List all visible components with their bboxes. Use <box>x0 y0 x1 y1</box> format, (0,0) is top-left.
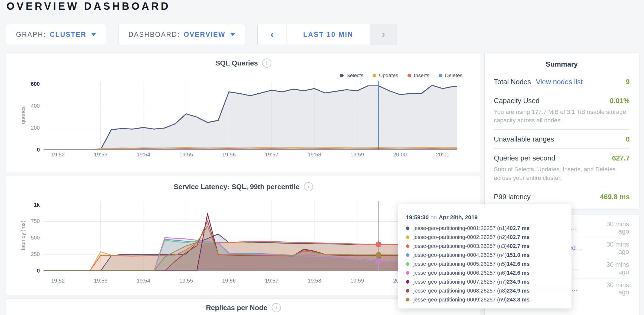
summary-row: Capacity Used0.01%You are using 177.7 Mi… <box>494 91 630 129</box>
summary-label: P99 latency <box>494 193 531 201</box>
x-tick-label: 19:53 <box>88 152 113 158</box>
summary-row: Unavailable ranges0 <box>494 129 630 148</box>
chevron-down-icon <box>91 33 96 36</box>
x-tick-label: 19:54 <box>131 152 156 158</box>
dashboard-dropdown[interactable]: DASHBOARD: OVERVIEW <box>118 24 245 45</box>
node-latency-value: 142.6 ms <box>507 270 530 276</box>
x-tick-label: 19:56 <box>217 152 241 158</box>
x-tick-label: 19:57 <box>259 278 284 284</box>
sql-queries-card: SQL Queries i SelectsUpdatesInsertsDelet… <box>6 52 481 172</box>
summary-subtext: You are using 177.7 MiB of 3.1 TiB usabl… <box>494 108 630 124</box>
page: OVERVIEW DASHBOARD GRAPH: CLUSTER DASHBO… <box>0 0 644 315</box>
x-tick-label: 19:55 <box>174 278 198 284</box>
x-tick-label: 19:54 <box>131 278 156 284</box>
summary-subtext: Sum of Selects, Updates, Inserts, and De… <box>494 165 630 182</box>
summary-rows: Total NodesView nodes list9Capacity Used… <box>494 72 630 206</box>
page-title: OVERVIEW DASHBOARD <box>6 1 170 12</box>
node-name: jesse-geo-partitioning-0002:26257 (n2) <box>413 234 507 240</box>
sql-queries-chart[interactable]: 020040060019:5219:5319:5419:5519:5619:57… <box>6 52 481 172</box>
x-tick-label: 19:56 <box>217 278 241 284</box>
y-axis-label: queries <box>20 83 26 148</box>
chart-plot[interactable] <box>44 81 457 150</box>
y-tick-label: 0 <box>7 268 40 274</box>
controls-bar: GRAPH: CLUSTER DASHBOARD: OVERVIEW ‹ LAS… <box>6 24 397 45</box>
event-timestamp: 30 minsago <box>606 261 629 275</box>
chart-tooltip: 19:59:30onApr 28th, 2019 jesse-geo-parti… <box>398 204 571 309</box>
summary-value: 9 <box>626 78 630 86</box>
tooltip-on: on <box>431 214 437 220</box>
node-name: jesse-geo-partitioning-0001:26257 (n1) <box>413 225 507 231</box>
time-prev-button[interactable]: ‹ <box>258 24 287 45</box>
dashboard-dropdown-value: OVERVIEW <box>184 31 225 38</box>
node-name: jesse-geo-partitioning-0003:26257 (n3) <box>413 243 507 249</box>
node-name: jesse-geo-partitioning-0009:26257 (n9) <box>413 297 507 303</box>
event-timestamp: 30 minsago <box>606 281 629 296</box>
graph-dropdown[interactable]: GRAPH: CLUSTER <box>6 24 106 45</box>
tooltip-time: 19:59:30 <box>406 214 429 220</box>
node-latency-value: 234.9 ms <box>507 279 530 285</box>
x-tick-label: 19:59 <box>345 152 369 158</box>
node-name: jesse-geo-partitioning-0007:26257 (n7) <box>413 279 507 285</box>
time-range-selector: ‹ LAST 10 MIN › <box>257 24 397 45</box>
x-tick-label: 19:52 <box>46 152 70 158</box>
x-tick-label: 20:00 <box>388 152 412 158</box>
tooltip-row: jesse-geo-partitioning-0004:26257 (n4)15… <box>406 251 564 260</box>
tooltip-row: jesse-geo-partitioning-0008:26257 (n8)23… <box>406 286 564 295</box>
x-tick-label: 19:59 <box>345 278 369 284</box>
x-tick-label: 19:52 <box>46 278 70 284</box>
node-name: jesse-geo-partitioning-0008:26257 (n8) <box>413 288 507 294</box>
time-range-value[interactable]: LAST 10 MIN <box>287 24 370 45</box>
summary-value: 0.01% <box>610 97 630 105</box>
chevron-right-icon: › <box>382 29 385 40</box>
node-latency-value: 402.7 ms <box>507 243 530 249</box>
tooltip-header: 19:59:30onApr 28th, 2019 <box>406 214 564 221</box>
node-latency-value: 151.0 ms <box>507 252 530 258</box>
series-dot-icon <box>406 235 409 239</box>
chevron-left-icon: ‹ <box>271 29 274 40</box>
tooltip-row: jesse-geo-partitioning-0006:26257 (n6)14… <box>406 268 564 277</box>
node-name: jesse-geo-partitioning-0005:26257 (n5) <box>413 261 507 267</box>
series-dot-icon <box>406 244 409 248</box>
tooltip-row: jesse-geo-partitioning-0001:26257 (n1)40… <box>406 224 564 233</box>
tooltip-date: Apr 28th, 2019 <box>439 214 478 220</box>
x-tick-label: 20:01 <box>431 152 455 158</box>
tooltip-row: jesse-geo-partitioning-0009:26257 (n9)24… <box>406 295 564 304</box>
summary-row: Queries per second627.7Sum of Selects, U… <box>494 148 630 187</box>
summary-value: 627.7 <box>612 154 630 162</box>
tooltip-rows: jesse-geo-partitioning-0001:26257 (n1)40… <box>406 224 564 304</box>
node-latency-value: 142.6 ms <box>507 261 530 267</box>
summary-label: Total Nodes <box>494 78 531 86</box>
view-nodes-link[interactable]: View nodes list <box>536 78 583 86</box>
x-tick-label: 19:58 <box>302 152 327 158</box>
summary-label: Queries per second <box>494 154 555 162</box>
tooltip-row: jesse-geo-partitioning-0005:26257 (n5)14… <box>406 260 564 268</box>
event-timestamp: 30 minsago <box>606 220 629 235</box>
info-icon[interactable]: i <box>272 303 281 312</box>
tooltip-row: jesse-geo-partitioning-0002:26257 (n2)40… <box>406 233 564 242</box>
summary-row: Total NodesView nodes list9 <box>494 72 630 91</box>
node-name: jesse-geo-partitioning-0006:26257 (n6) <box>413 270 507 276</box>
summary-row: P99 latency469.8 ms <box>494 187 630 206</box>
time-next-button[interactable]: › <box>370 24 397 45</box>
node-latency-value: 234.9 ms <box>507 288 530 294</box>
summary-value: 0 <box>626 135 630 143</box>
x-tick-label: 19:58 <box>302 278 327 284</box>
graph-dropdown-value: CLUSTER <box>50 31 87 38</box>
node-latency-value: 402.7 ms <box>507 234 530 240</box>
node-latency-value: 402.7 ms <box>507 225 530 231</box>
series-dot-icon <box>406 227 409 230</box>
summary-value: 469.8 ms <box>600 193 630 201</box>
x-tick-label: 19:55 <box>174 152 198 158</box>
x-tick-label: 19:57 <box>259 152 284 158</box>
series-dot-icon <box>406 262 409 266</box>
series-dot-icon <box>406 253 409 257</box>
series-dot-icon <box>406 280 409 284</box>
tooltip-row: jesse-geo-partitioning-0007:26257 (n7)23… <box>406 277 564 286</box>
series-dot-icon <box>406 298 409 301</box>
tooltip-row: jesse-geo-partitioning-0003:26257 (n3)40… <box>406 242 564 251</box>
node-latency-value: 243.3 ms <box>507 297 530 303</box>
x-tick-label: 19:53 <box>88 278 113 284</box>
chart-plot[interactable] <box>44 201 457 271</box>
graph-dropdown-label: GRAPH: <box>16 31 46 38</box>
summary-label: Unavailable ranges <box>494 135 554 143</box>
